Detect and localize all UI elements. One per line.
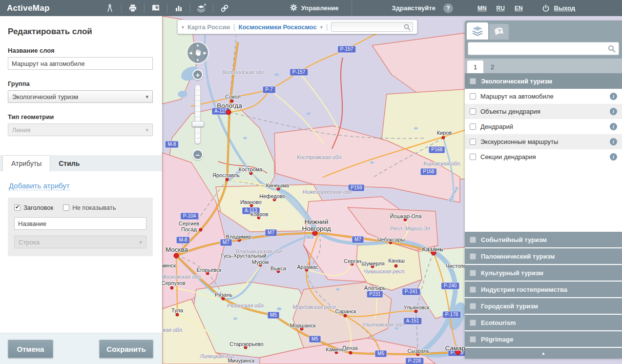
info-icon[interactable]: i <box>610 153 617 161</box>
layer-checkbox[interactable] <box>470 123 476 130</box>
group-checkbox[interactable] <box>470 303 476 309</box>
pan-right-icon[interactable]: ▶ <box>204 51 207 55</box>
attribute-name-input[interactable] <box>14 217 146 230</box>
help-icon[interactable]: ? <box>443 3 453 13</box>
layer-label: Дендрарий <box>480 123 605 130</box>
zoom-slider[interactable] <box>195 84 201 144</box>
pan-left-icon[interactable]: ◀ <box>189 51 192 55</box>
chevron-down-icon[interactable]: ▾ <box>182 24 184 30</box>
measure-icon[interactable] <box>104 2 116 14</box>
group-header-active[interactable]: Экологический туризм <box>465 73 622 89</box>
layer-name-label: Название слоя <box>8 47 153 54</box>
layer-row: Секции дендрарияi <box>465 149 622 164</box>
info-icon[interactable]: i <box>610 123 617 130</box>
divider <box>213 3 213 13</box>
basemap-selector[interactable]: Карта России <box>187 23 230 31</box>
logout-control: Выход <box>541 4 575 13</box>
divider: | <box>233 23 235 31</box>
divider: | <box>326 23 328 31</box>
management-menu[interactable]: Управление <box>290 3 339 13</box>
add-layer-icon[interactable]: + <box>195 2 208 14</box>
group-checkbox[interactable] <box>470 253 476 260</box>
print-icon[interactable] <box>126 2 139 14</box>
layers-panel: ? 12 Экологический туризм Маршрут на авт… <box>465 20 622 359</box>
layer-row: Маршрут на автомобилеi <box>465 89 622 104</box>
divider <box>352 0 352 16</box>
svg-text:?: ? <box>498 28 501 33</box>
layer-checkbox[interactable] <box>470 154 476 160</box>
group-checkbox[interactable] <box>470 286 476 293</box>
layers-search-row <box>465 40 622 59</box>
layer-row: Дендрарийi <box>465 119 622 134</box>
group-label: Городской туризм <box>481 303 538 310</box>
hide-checkbox[interactable] <box>63 204 69 211</box>
pan-control[interactable]: ▲ ▼ ◀ ▶ <box>187 41 209 64</box>
group-header[interactable]: Ecotourism <box>465 315 622 330</box>
search-icon[interactable] <box>403 23 411 31</box>
group-header[interactable]: Городской туризм <box>465 298 622 314</box>
group-select[interactable]: Экологический туризм ▾ <box>8 90 153 103</box>
language-switcher: MNRUEN <box>477 5 523 12</box>
page-tab-1[interactable]: 1 <box>467 61 483 73</box>
pan-down-icon[interactable]: ▼ <box>196 58 200 62</box>
chevron-down-icon[interactable]: ▾ <box>320 24 323 30</box>
layer-name-input[interactable] <box>8 57 153 70</box>
pan-up-icon[interactable]: ▲ <box>196 43 200 47</box>
search-icon[interactable] <box>607 44 616 53</box>
group-header[interactable]: Паломнический туризм <box>465 248 622 264</box>
guide-icon[interactable]: ? <box>149 2 162 14</box>
group-checkbox[interactable] <box>470 336 476 343</box>
divider <box>121 3 122 13</box>
layer-row: Экскурсионные маршрутыi <box>465 134 622 149</box>
geometry-type-select: Линия ▾ <box>8 123 153 136</box>
lang-mn[interactable]: MN <box>477 5 487 12</box>
page-tab-2[interactable]: 2 <box>484 61 500 73</box>
edit-layer-panel: Редактировать слой Название слоя Группа … <box>0 16 162 364</box>
info-icon[interactable]: i <box>610 108 617 115</box>
add-attribute-link[interactable]: Добавить атрибут <box>9 182 70 190</box>
group-checkbox[interactable] <box>470 78 476 84</box>
group-checkbox[interactable] <box>470 237 476 243</box>
management-label: Управление <box>301 4 339 12</box>
panel-collapse-bar[interactable]: ▲ <box>465 348 622 359</box>
layer-checkbox[interactable] <box>470 139 476 145</box>
group-header[interactable]: Индустрия гостеприимства <box>465 282 622 297</box>
share-link-icon[interactable] <box>218 2 231 14</box>
group-header[interactable]: Событийный туризм <box>465 232 622 247</box>
chevron-down-icon: ▾ <box>139 239 142 245</box>
tab-legend[interactable]: ? <box>489 24 509 40</box>
hand-icon <box>193 48 202 57</box>
cancel-button[interactable]: Отмена <box>8 340 53 358</box>
app-header: ActiveMap ? + Управление Здравствуйте <box>0 0 622 16</box>
lang-en[interactable]: EN <box>515 5 523 12</box>
zoom-slider-handle[interactable] <box>192 121 204 127</box>
layers-search-input[interactable] <box>468 42 619 55</box>
tab-layers[interactable] <box>467 22 488 40</box>
tab-attributes[interactable]: Атрибуты <box>2 155 50 171</box>
tab-style[interactable]: Стиль <box>50 155 88 171</box>
panel-footer: Отмена Сохранить <box>0 333 162 364</box>
svg-text:?: ? <box>156 6 158 9</box>
zoom-in-button[interactable]: + <box>192 69 203 80</box>
group-select-value: Экологический туризм <box>12 93 78 101</box>
logout-label[interactable]: Выход <box>554 4 575 12</box>
gear-icon <box>290 3 298 13</box>
layer-checkbox[interactable] <box>470 93 476 100</box>
map-search-input[interactable] <box>332 23 413 32</box>
lang-ru[interactable]: RU <box>497 5 505 12</box>
info-icon[interactable]: i <box>610 138 617 145</box>
attribute-style-tabs: АтрибутыСтиль <box>0 155 162 171</box>
app-logo: ActiveMap <box>7 3 50 13</box>
overlay-selector[interactable]: Космоснимки Роскосмос <box>239 23 317 31</box>
statistics-icon[interactable] <box>172 2 185 14</box>
group-header[interactable]: Pilgrimage <box>465 331 622 347</box>
zoom-out-button[interactable]: − <box>192 149 203 160</box>
header-checkbox[interactable] <box>14 204 21 211</box>
geometry-type-label: Тип геометрии <box>8 113 153 121</box>
info-icon[interactable]: i <box>610 93 617 100</box>
group-header[interactable]: Культурный туризм <box>465 265 622 281</box>
save-button[interactable]: Сохранить <box>99 340 153 358</box>
group-checkbox[interactable] <box>470 320 476 326</box>
layer-checkbox[interactable] <box>470 108 476 115</box>
group-checkbox[interactable] <box>470 270 476 276</box>
